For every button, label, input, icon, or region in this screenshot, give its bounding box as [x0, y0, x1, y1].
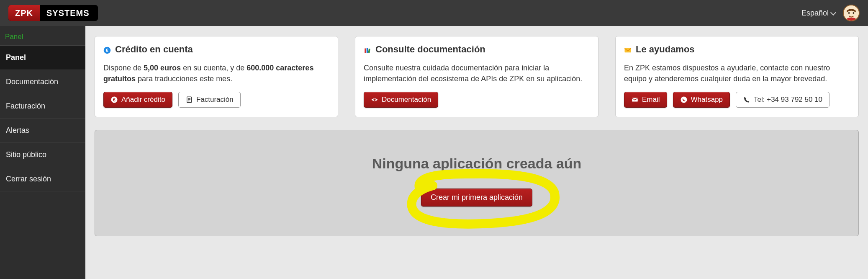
svg-rect-15: [625, 48, 631, 53]
billing-button[interactable]: Facturación: [178, 92, 241, 108]
card-title-text: Consulte documentación: [375, 44, 485, 55]
eye-icon: [371, 96, 378, 103]
sidebar-item-facturacion[interactable]: Facturación: [0, 94, 85, 119]
create-button-wrap: Crear mi primera aplicación: [421, 189, 532, 207]
sidebar-item-sitio-publico[interactable]: Sitio público: [0, 143, 85, 167]
add-credit-button[interactable]: € Añadir crédito: [103, 92, 172, 108]
create-first-app-button[interactable]: Crear mi primera aplicación: [421, 189, 532, 207]
email-button[interactable]: Email: [624, 92, 667, 108]
button-label: Crear mi primera aplicación: [431, 193, 523, 202]
sidebar-section-label: Panel: [0, 26, 85, 46]
mail-icon: [624, 46, 632, 53]
svg-rect-12: [367, 48, 368, 53]
svg-point-17: [681, 97, 687, 103]
sidebar-item-alertas[interactable]: Alertas: [0, 119, 85, 143]
euro-icon: €: [103, 46, 111, 53]
whatsapp-button[interactable]: Whatsapp: [673, 92, 730, 108]
credit-amount: 5,00 euros: [144, 64, 181, 72]
logo[interactable]: ZPK SYSTEMS: [8, 5, 98, 21]
button-label: Email: [642, 96, 660, 104]
whatsapp-icon: [680, 96, 688, 103]
sidebar: Panel Panel Documentación Facturación Al…: [0, 26, 85, 279]
svg-point-1: [848, 12, 850, 14]
document-icon: [185, 96, 193, 103]
svg-point-2: [853, 12, 854, 14]
language-label: Español: [801, 9, 829, 18]
sidebar-item-panel[interactable]: Panel: [0, 46, 85, 70]
sidebar-item-documentacion[interactable]: Documentación: [0, 70, 85, 94]
language-selector[interactable]: Español: [801, 9, 835, 18]
button-label: Documentación: [382, 96, 431, 104]
card-docs-text: Consulte nuestra cuidada documentación p…: [364, 62, 590, 84]
card-credit-text: Dispone de 5,00 euros en su cuenta, y de…: [103, 62, 329, 84]
chevron-down-icon: [830, 9, 836, 15]
logo-systems: SYSTEMS: [40, 5, 98, 21]
card-credit: € Crédito en cuenta Dispone de 5,00 euro…: [95, 36, 338, 117]
sidebar-item-label: Facturación: [6, 102, 45, 110]
empty-state-panel: Ninguna aplicación creada aún Crear mi p…: [95, 130, 859, 236]
books-icon: [364, 46, 371, 53]
svg-rect-13: [368, 49, 370, 53]
empty-state-title: Ninguna aplicación creada aún: [103, 155, 850, 172]
documentation-button[interactable]: Documentación: [364, 92, 438, 108]
card-docs-title: Consulte documentación: [364, 44, 590, 55]
card-credit-buttons: € Añadir crédito Facturación: [103, 92, 329, 108]
card-credit-title: € Crédito en cuenta: [103, 44, 329, 55]
card-title-text: Le ayudamos: [636, 44, 695, 55]
main-content: € Crédito en cuenta Dispone de 5,00 euro…: [85, 26, 868, 279]
mail-icon: [631, 96, 639, 103]
card-help-buttons: Email Whatsapp Tel: +34 93 792 50 10: [624, 92, 850, 108]
svg-point-14: [373, 99, 375, 101]
sidebar-item-label: Cerrar sesión: [6, 175, 51, 183]
text: Dispone de: [103, 64, 144, 72]
card-help-title: Le ayudamos: [624, 44, 850, 55]
avatar[interactable]: [843, 5, 860, 21]
card-docs: Consulte documentación Consulte nuestra …: [355, 36, 598, 117]
sidebar-item-label: Alertas: [6, 126, 29, 134]
cards-row: € Crédito en cuenta Dispone de 5,00 euro…: [95, 36, 859, 117]
phone-icon: [743, 96, 750, 103]
logo-zpk: ZPK: [8, 5, 40, 21]
button-label: Añadir crédito: [121, 96, 165, 104]
avatar-icon: [844, 5, 859, 21]
sidebar-item-label: Panel: [6, 53, 26, 62]
euro-circle-icon: €: [110, 96, 118, 103]
sidebar-item-label: Sitio público: [6, 150, 46, 159]
button-label: Tel: +34 93 792 50 10: [754, 96, 822, 104]
topbar-right: Español: [801, 5, 860, 21]
card-docs-buttons: Documentación: [364, 92, 590, 108]
sidebar-item-label: Documentación: [6, 78, 58, 86]
button-label: Whatsapp: [691, 96, 723, 104]
card-help: Le ayudamos En ZPK estamos dispuestos a …: [615, 36, 859, 117]
card-title-text: Crédito en cuenta: [115, 44, 193, 55]
sidebar-item-cerrar-sesion[interactable]: Cerrar sesión: [0, 167, 85, 191]
svg-text:€: €: [113, 97, 116, 102]
phone-button[interactable]: Tel: +34 93 792 50 10: [736, 92, 829, 108]
text: para traducciones este mes.: [136, 75, 232, 83]
svg-text:€: €: [106, 48, 109, 53]
card-help-text: En ZPK estamos dispuestos a ayudarle, co…: [624, 62, 850, 84]
topbar: ZPK SYSTEMS Español: [0, 0, 868, 26]
text: en su cuenta, y de: [181, 64, 247, 72]
svg-rect-11: [365, 49, 366, 53]
button-label: Facturación: [196, 96, 234, 104]
